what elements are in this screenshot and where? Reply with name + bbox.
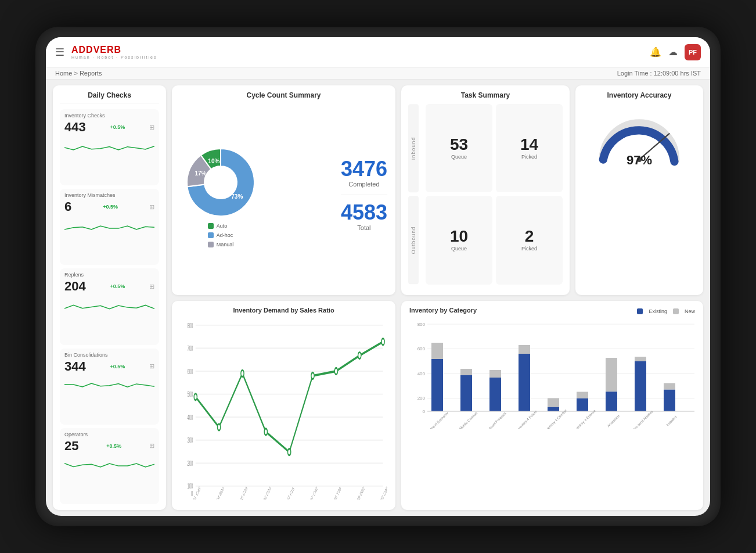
metric-label-0: Inventory Checks	[64, 113, 154, 119]
metric-card-0: Inventory Checks 443 +0.5% ⊞	[60, 109, 159, 185]
bar-new-8	[664, 383, 675, 389]
bar-new-7	[635, 357, 646, 361]
metric-value-0: 443	[64, 120, 86, 135]
metric-value-3: 344	[64, 359, 86, 374]
bar-new-2	[489, 370, 501, 378]
avatar[interactable]: PF	[685, 44, 701, 60]
svg-point-30	[381, 338, 384, 344]
category-chart-svg: 800 600 400 200 0	[409, 318, 695, 429]
login-time: Login Time : 12:09:00 hrs IST	[617, 70, 701, 77]
metric-card-1: Inventory Mismatches 6 +0.5% ⊞	[60, 189, 159, 265]
completed-number: 3476	[341, 159, 387, 179]
svg-point-22	[194, 393, 197, 400]
outbound-queue-num: 10	[450, 228, 468, 245]
svg-text:Feb 27 C42: Feb 27 C42	[306, 484, 319, 500]
completed-label: Completed	[341, 181, 387, 188]
logo: ADDVERB Human · Robot · Possibilities	[71, 45, 157, 59]
svg-text:0: 0	[423, 409, 426, 414]
task-body: Inbound 53 Queue 14 Picked	[408, 104, 563, 285]
metric-change-1: +0.5%	[103, 204, 118, 210]
daily-checks-title: Daily Checks	[60, 91, 159, 103]
metric-label-4: Operators	[64, 432, 154, 437]
chart-header: Inventory by Category Existing New	[409, 307, 695, 316]
metric-value-1: 6	[64, 199, 71, 214]
metric-value-2: 204	[64, 279, 86, 294]
svg-text:300: 300	[187, 436, 193, 444]
svg-text:0: 0	[191, 489, 193, 497]
logo-text: ADDVERB	[71, 45, 157, 55]
tablet-frame: ☰ ADDVERB Human · Robot · Possibilities …	[35, 27, 721, 526]
pie-legend: Auto Ad-hoc Manual	[208, 223, 234, 247]
svg-text:Installed: Installed	[666, 415, 678, 426]
svg-text:Feb 28 T30: Feb 28 T30	[329, 485, 341, 500]
bar-existing-5	[577, 398, 588, 411]
main-content: Daily Checks Inventory Checks 443 +0.5% …	[46, 80, 710, 516]
metric-label-3: Bin Consolidations	[64, 352, 154, 358]
bar-existing-6	[606, 392, 617, 411]
metric-icon-1[interactable]: ⊞	[149, 203, 154, 211]
cycle-count-card: Cycle Count Summary 73%17%10% Auto	[172, 85, 395, 295]
inbound-queue-box: 53 Queue	[426, 104, 492, 192]
existing-legend-dot	[637, 308, 643, 314]
bar-new-6	[606, 358, 617, 392]
svg-text:Feb 29 C00: Feb 29 C00	[376, 484, 387, 500]
pie-chart: 73%17%10%	[180, 142, 261, 223]
bar-new-1	[460, 369, 472, 375]
cloud-icon[interactable]: ☁	[668, 46, 678, 58]
metric-icon-3[interactable]: ⊞	[149, 362, 154, 370]
svg-text:Feb 26 D20: Feb 26 D20	[259, 484, 272, 500]
bar-existing-2	[489, 378, 501, 411]
svg-text:500: 500	[187, 390, 193, 398]
svg-text:Feb 29 D22: Feb 29 D22	[352, 484, 365, 500]
logo-sub: Human · Robot · Possibilities	[71, 55, 157, 59]
legend-manual: Manual	[208, 242, 234, 247]
task-summary-title: Task Summary	[408, 91, 563, 99]
outbound-label: Outbound	[408, 196, 419, 284]
inbound-picked-box: 14 Picked	[496, 104, 563, 192]
task-summary-card: Task Summary Inbound 53 Queue 14	[401, 85, 570, 295]
total-number: 4583	[341, 202, 387, 223]
svg-text:200: 200	[187, 459, 193, 467]
sparkline-2	[64, 295, 154, 311]
inventory-demand-title: Inventory Demand by Sales Ratio	[180, 307, 387, 314]
bar-existing-8	[664, 389, 675, 411]
svg-text:Feb 25 C29: Feb 25 C29	[236, 484, 249, 500]
outbound-queue-label: Queue	[451, 246, 467, 252]
svg-text:10%: 10%	[208, 158, 219, 164]
svg-point-27	[311, 372, 314, 379]
svg-point-24	[241, 370, 244, 376]
breadcrumb-bar: Home > Reports Login Time : 12:09:00 hrs…	[46, 67, 710, 80]
outbound-queue-box: 10 Queue	[426, 196, 492, 284]
svg-text:700: 700	[187, 344, 193, 352]
metric-change-0: +0.5%	[110, 124, 125, 130]
bar-new-4	[548, 398, 559, 407]
metric-icon-0[interactable]: ⊞	[149, 124, 154, 131]
metric-card-2: Replens 204 +0.5% ⊞	[60, 268, 159, 344]
svg-text:Accession: Accession	[607, 414, 621, 428]
svg-text:Inventory 4 Future: Inventory 4 Future	[515, 409, 538, 428]
cycle-stats: 3476 Completed 4583 Total	[341, 159, 387, 231]
inbound-picked-num: 14	[520, 137, 538, 153]
outbound-picked-label: Picked	[521, 246, 537, 252]
svg-text:600: 600	[417, 346, 426, 351]
header-right: 🔔 ☁ PF	[650, 44, 701, 60]
metric-icon-2[interactable]: ⊞	[149, 283, 154, 290]
inventory-category-title: Inventory by Category	[409, 307, 477, 314]
svg-text:Inventory 4 Ecomm: Inventory 4 Ecomm	[573, 409, 596, 429]
legend-auto: Auto	[208, 223, 234, 229]
metric-label-2: Replens	[64, 272, 154, 278]
legend-adhoc: Ad-hoc	[208, 232, 234, 238]
svg-text:800: 800	[187, 321, 193, 329]
header: ☰ ADDVERB Human · Robot · Possibilities …	[46, 37, 710, 67]
metric-icon-4[interactable]: ⊞	[149, 442, 154, 450]
svg-text:200: 200	[417, 396, 426, 401]
inbound-label: Inbound	[408, 104, 419, 192]
demand-chart-svg: 800 700 600 500 400 300 200 100 0	[180, 316, 387, 500]
hamburger-icon[interactable]: ☰	[55, 46, 64, 59]
metric-card-3: Bin Consolidations 344 +0.5% ⊞	[60, 349, 159, 425]
cycle-completed: 3476 Completed	[341, 159, 387, 188]
svg-text:400: 400	[417, 371, 426, 376]
bell-icon[interactable]: 🔔	[650, 46, 661, 58]
category-legend: Existing New	[637, 308, 695, 314]
bar-new-3	[519, 345, 530, 354]
